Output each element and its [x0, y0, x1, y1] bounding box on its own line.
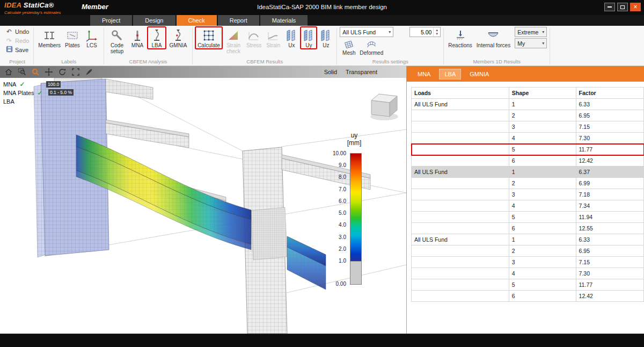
- calculate-button[interactable]: Calculate: [195, 27, 222, 49]
- cell-loads[interactable]: [412, 155, 509, 167]
- mesh-button[interactable]: Mesh: [340, 38, 358, 56]
- table-row[interactable]: 47.30: [412, 133, 644, 144]
- cell-factor[interactable]: 6.95: [576, 110, 643, 121]
- cell-loads[interactable]: [412, 178, 509, 189]
- rotate-view-button[interactable]: [58, 68, 67, 76]
- component-dropdown[interactable]: My ▾: [515, 38, 547, 48]
- modify-view-button[interactable]: [85, 68, 93, 76]
- extreme-dropdown[interactable]: Extreme ▾: [515, 27, 547, 37]
- cell-shape[interactable]: 6: [509, 155, 576, 167]
- cell-factor[interactable]: 11.77: [576, 144, 643, 155]
- cell-loads[interactable]: All ULS Fund: [412, 99, 509, 110]
- cell-factor[interactable]: 7.34: [576, 200, 643, 212]
- cell-shape[interactable]: 3: [509, 257, 576, 268]
- mna-button[interactable]: MNA: [128, 27, 147, 49]
- cell-shape[interactable]: 6: [509, 223, 576, 234]
- cell-factor[interactable]: 6.95: [576, 245, 643, 257]
- cell-factor[interactable]: 12.55: [576, 223, 643, 234]
- transparent-mode-button[interactable]: Transparent: [346, 69, 377, 75]
- cell-loads[interactable]: [412, 279, 509, 291]
- cell-shape[interactable]: 3: [509, 189, 576, 200]
- tab-design[interactable]: Design: [133, 15, 175, 26]
- panel-tab-gmnia[interactable]: GMNIA: [464, 69, 494, 79]
- gmnia-button[interactable]: GMNIA: [167, 27, 189, 49]
- table-row[interactable]: 26.99: [412, 178, 644, 189]
- analysis-item[interactable]: MNA Plates✓: [3, 89, 43, 97]
- cell-factor[interactable]: 11.77: [576, 279, 643, 291]
- cell-loads[interactable]: All ULS Fund: [412, 167, 509, 178]
- deformation-scale-spinner[interactable]: 5.00 ▲▼: [409, 27, 441, 37]
- zoom-window-button[interactable]: [18, 68, 26, 76]
- ux-button[interactable]: Ux: [283, 27, 299, 49]
- minimize-button[interactable]: [604, 3, 615, 11]
- cell-factor[interactable]: 6.33: [576, 234, 643, 245]
- stress-button[interactable]: Stress: [245, 27, 263, 49]
- cell-factor[interactable]: 7.30: [576, 133, 643, 144]
- table-row[interactable]: 612.42: [412, 291, 644, 302]
- table-row[interactable]: 511.77: [412, 279, 644, 291]
- zoom-fit-button[interactable]: [71, 68, 80, 76]
- cell-shape[interactable]: 5: [509, 279, 576, 291]
- table-row[interactable]: 511.94: [412, 212, 644, 223]
- pan-button[interactable]: [45, 68, 53, 76]
- tab-project[interactable]: Project: [90, 15, 132, 26]
- cell-loads[interactable]: [412, 212, 509, 223]
- table-row[interactable]: All ULS Fund16.37: [412, 167, 644, 178]
- panel-tab-lba[interactable]: LBA: [439, 69, 461, 79]
- cell-factor[interactable]: 7.30: [576, 268, 643, 279]
- tab-report[interactable]: Report: [218, 15, 259, 26]
- table-row[interactable]: All ULS Fund16.33: [412, 99, 644, 110]
- strain-check-button[interactable]: Strain check: [223, 27, 244, 55]
- reactions-button[interactable]: Reactions: [447, 27, 473, 49]
- solid-mode-button[interactable]: Solid: [324, 69, 337, 75]
- tab-materials[interactable]: Materials: [260, 15, 308, 26]
- table-row[interactable]: 47.34: [412, 200, 644, 212]
- panel-tab-mna[interactable]: MNA: [412, 69, 436, 79]
- cell-factor[interactable]: 6.37: [576, 167, 643, 178]
- cell-factor[interactable]: 12.42: [576, 291, 643, 302]
- cell-factor[interactable]: 7.15: [576, 257, 643, 268]
- maximize-button[interactable]: [617, 3, 628, 11]
- analysis-item[interactable]: LBA: [3, 97, 43, 106]
- cell-factor[interactable]: 7.15: [576, 121, 643, 133]
- home-view-button[interactable]: [4, 68, 13, 76]
- undo-button[interactable]: ↶ Undo: [4, 27, 31, 36]
- analysis-item[interactable]: MNA✓: [3, 80, 43, 89]
- cell-loads[interactable]: All ULS Fund: [412, 234, 509, 245]
- cell-shape[interactable]: 4: [509, 200, 576, 212]
- tab-check[interactable]: Check: [177, 15, 217, 26]
- redo-button[interactable]: ↷ Redo: [4, 36, 31, 45]
- cell-shape[interactable]: 5: [509, 144, 576, 155]
- cell-loads[interactable]: [412, 133, 509, 144]
- search-icon[interactable]: [31, 68, 40, 76]
- spinner-down-icon[interactable]: ▼: [435, 32, 438, 36]
- strain-button[interactable]: Strain: [264, 27, 282, 49]
- cell-factor[interactable]: 11.94: [576, 212, 643, 223]
- deformed-button[interactable]: Deformed: [358, 38, 385, 56]
- cell-loads[interactable]: [412, 223, 509, 234]
- uy-button[interactable]: Uy: [301, 27, 317, 49]
- internal-forces-button[interactable]: Internal forces: [475, 27, 512, 49]
- table-row[interactable]: 47.30: [412, 268, 644, 279]
- table-row[interactable]: 26.95: [412, 110, 644, 121]
- cell-factor[interactable]: 12.42: [576, 155, 643, 167]
- load-case-dropdown[interactable]: All ULS Fund ▾: [340, 27, 393, 37]
- cell-shape[interactable]: 3: [509, 121, 576, 133]
- cell-factor[interactable]: 7.18: [576, 189, 643, 200]
- cell-shape[interactable]: 4: [509, 133, 576, 144]
- cell-loads[interactable]: [412, 291, 509, 302]
- cell-shape[interactable]: 1: [509, 167, 576, 178]
- cell-loads[interactable]: [412, 200, 509, 212]
- cell-shape[interactable]: 5: [509, 212, 576, 223]
- members-button[interactable]: Members: [36, 27, 62, 49]
- lba-button[interactable]: LBA: [148, 27, 166, 49]
- cell-shape[interactable]: 6: [509, 291, 576, 302]
- plates-button[interactable]: Plates: [63, 27, 82, 49]
- table-row[interactable]: 37.15: [412, 257, 644, 268]
- spinner-up-icon[interactable]: ▲: [435, 28, 438, 32]
- cell-shape[interactable]: 2: [509, 245, 576, 257]
- cell-shape[interactable]: 2: [509, 178, 576, 189]
- cell-loads[interactable]: [412, 189, 509, 200]
- cell-loads[interactable]: [412, 110, 509, 121]
- save-button[interactable]: Save: [4, 45, 30, 54]
